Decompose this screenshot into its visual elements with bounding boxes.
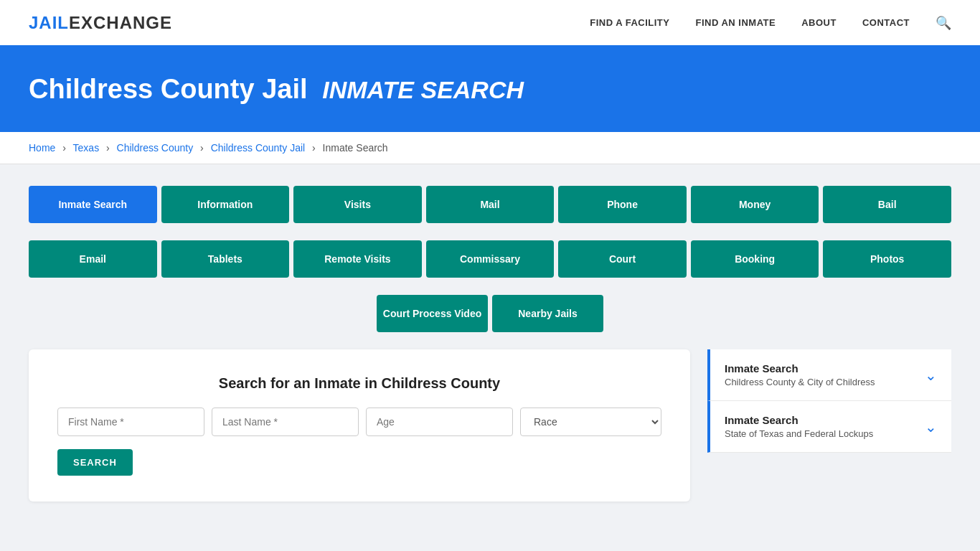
first-name-input[interactable] — [57, 408, 204, 436]
tab-email[interactable]: Email — [29, 240, 157, 278]
search-box: Search for an Inmate in Childress County… — [29, 349, 690, 501]
search-button[interactable]: SEARCH — [57, 449, 133, 476]
breadcrumb-current: Inmate Search — [323, 142, 388, 154]
tab-court[interactable]: Court — [558, 240, 687, 278]
race-select[interactable]: Race White Black Hispanic Asian Other — [520, 408, 661, 436]
tab-visits[interactable]: Visits — [293, 186, 422, 223]
breadcrumb-home[interactable]: Home — [29, 142, 55, 154]
breadcrumb-jail[interactable]: Childress County Jail — [211, 142, 306, 154]
sidebar-item-2-content: Inmate Search State of Texas and Federal… — [725, 414, 873, 439]
tab-booking[interactable]: Booking — [691, 240, 819, 278]
search-fields: Race White Black Hispanic Asian Other — [57, 408, 661, 436]
hero-subtitle: INMATE SEARCH — [322, 76, 524, 103]
hero-section: Childress County Jail INMATE SEARCH — [0, 47, 980, 132]
content-area: Search for an Inmate in Childress County… — [29, 349, 951, 501]
sidebar-item-2-title: Inmate Search — [725, 414, 873, 426]
logo-part1: JAIL — [29, 13, 69, 32]
breadcrumb: Home › Texas › Childress County › Childr… — [0, 132, 980, 164]
nav-about[interactable]: ABOUT — [801, 17, 837, 28]
nav-find-facility[interactable]: FIND A FACILITY — [590, 17, 669, 28]
tab-bail[interactable]: Bail — [823, 186, 951, 223]
search-icon[interactable]: 🔍 — [936, 15, 951, 31]
search-form-title: Search for an Inmate in Childress County — [57, 375, 661, 392]
age-input[interactable] — [366, 408, 513, 436]
logo[interactable]: JAILEXCHANGE — [29, 13, 172, 33]
sidebar-item-1[interactable]: Inmate Search Childress County & City of… — [707, 349, 951, 401]
nav-find-inmate[interactable]: FIND AN INMATE — [695, 17, 776, 28]
tabs-row2: Email Tablets Remote Visits Commissary C… — [29, 240, 951, 278]
sep1: › — [62, 142, 66, 154]
breadcrumb-texas[interactable]: Texas — [73, 142, 100, 154]
nav-contact[interactable]: CONTACT — [862, 17, 910, 28]
tab-commissary[interactable]: Commissary — [426, 240, 555, 278]
tab-photos[interactable]: Photos — [823, 240, 951, 278]
tab-information[interactable]: Information — [161, 186, 290, 223]
header: JAILEXCHANGE FIND A FACILITY FIND AN INM… — [0, 0, 980, 47]
last-name-input[interactable] — [212, 408, 359, 436]
sep3: › — [200, 142, 204, 154]
tab-money[interactable]: Money — [691, 186, 819, 223]
sidebar-item-1-title: Inmate Search — [725, 362, 875, 375]
logo-part2: EXCHANGE — [69, 13, 172, 32]
tab-phone[interactable]: Phone — [558, 186, 687, 223]
sidebar-item-1-subtitle: Childress County & City of Childress — [725, 377, 875, 387]
tab-remote-visits[interactable]: Remote Visits — [293, 240, 422, 278]
chevron-down-icon-1: ⌄ — [925, 367, 937, 384]
sidebar: Inmate Search Childress County & City of… — [707, 349, 951, 501]
sidebar-item-2-subtitle: State of Texas and Federal Lockups — [725, 428, 873, 439]
main-content: Inmate Search Information Visits Mail Ph… — [0, 164, 980, 523]
tabs-row3: Court Process Video Nearby Jails — [29, 295, 951, 332]
hero-title: Childress County Jail — [29, 74, 308, 104]
chevron-down-icon-2: ⌄ — [925, 418, 937, 435]
sep4: › — [312, 142, 316, 154]
sidebar-item-1-content: Inmate Search Childress County & City of… — [725, 362, 875, 387]
sidebar-item-2[interactable]: Inmate Search State of Texas and Federal… — [707, 401, 951, 453]
tab-mail[interactable]: Mail — [426, 186, 555, 223]
tab-court-process-video[interactable]: Court Process Video — [377, 295, 488, 332]
tab-tablets[interactable]: Tablets — [161, 240, 290, 278]
tabs-row1: Inmate Search Information Visits Mail Ph… — [29, 186, 951, 223]
breadcrumb-county[interactable]: Childress County — [117, 142, 194, 154]
tab-nearby-jails[interactable]: Nearby Jails — [492, 295, 603, 332]
tab-inmate-search[interactable]: Inmate Search — [29, 186, 157, 223]
main-nav: FIND A FACILITY FIND AN INMATE ABOUT CON… — [590, 15, 951, 31]
sep2: › — [106, 142, 110, 154]
